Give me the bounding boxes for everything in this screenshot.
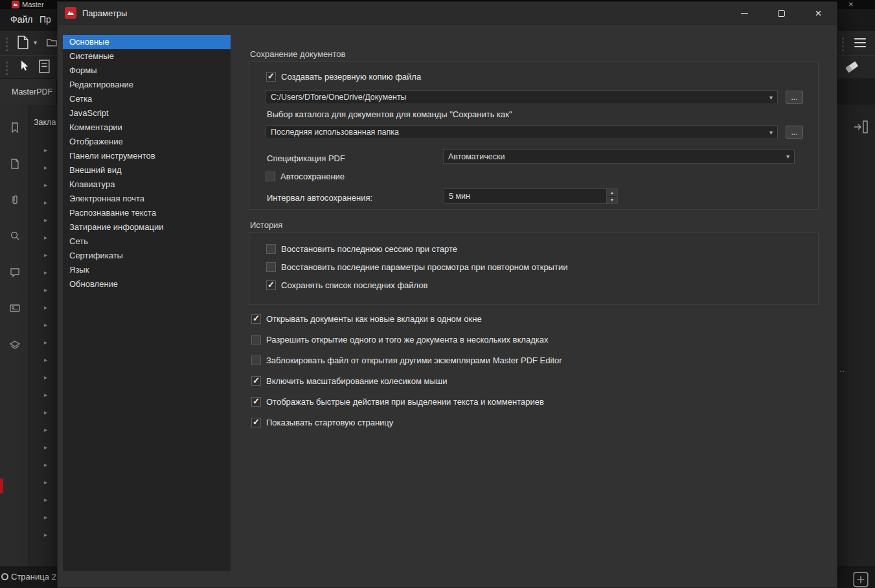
category-item[interactable]: Клавиатура	[63, 177, 231, 192]
category-item[interactable]: Распознавание текста	[63, 206, 231, 220]
general-option-checkbox[interactable]: ✓	[251, 418, 261, 427]
category-item[interactable]: Сертификаты	[63, 249, 231, 263]
category-item[interactable]: Системные	[63, 49, 231, 63]
chevron-down-icon: ▾	[764, 129, 773, 136]
general-option-checkbox[interactable]: ✓	[251, 356, 261, 365]
general-option-checkbox[interactable]: ✓	[251, 376, 261, 386]
tree-expand-icon[interactable]: ▸	[44, 316, 47, 334]
history-option-checkbox[interactable]: ✓	[266, 280, 276, 290]
category-item[interactable]: Внешний вид	[63, 163, 231, 177]
category-item[interactable]: Отображение	[63, 135, 231, 149]
signature-icon[interactable]	[9, 302, 21, 314]
menu-icon[interactable]	[854, 36, 866, 50]
open-folder-icon[interactable]	[47, 37, 57, 48]
tree-expand-icon[interactable]: ▸	[44, 264, 47, 281]
tree-expand-icon[interactable]: ▸	[44, 211, 47, 229]
app-logo-icon	[12, 1, 19, 8]
tree-expand-icon[interactable]: ▸	[44, 176, 47, 194]
browse-save-as-dir-button[interactable]: ...	[786, 126, 803, 139]
tree-expand-icon[interactable]: ▸	[44, 491, 47, 508]
tree-expand-icon[interactable]: ▸	[44, 508, 47, 526]
tree-expand-icon[interactable]: ▸	[44, 351, 47, 368]
search-icon[interactable]	[9, 230, 21, 242]
close-button[interactable]: ×	[800, 2, 837, 25]
tree-expand-icon[interactable]: ▸	[44, 421, 47, 438]
tree-expand-icon[interactable]: ▸	[44, 334, 47, 351]
category-item[interactable]: Электронная почта	[63, 192, 231, 206]
category-item[interactable]: Редактирование	[63, 78, 231, 92]
new-document-icon[interactable]	[17, 36, 28, 49]
general-option-checkbox[interactable]: ✓	[251, 397, 261, 407]
tree-expand-icon[interactable]: ▸	[44, 194, 47, 211]
backup-checkbox[interactable]: ✓	[266, 72, 276, 82]
toolbar-grip[interactable]	[6, 62, 8, 75]
docked-logo-icon	[0, 479, 3, 493]
maximize-icon	[778, 10, 785, 17]
tree-expand-icon[interactable]: ▸	[44, 526, 47, 543]
menu-edit[interactable]: Пр	[40, 14, 51, 25]
tree-expand-icon[interactable]: ▸	[44, 281, 47, 299]
category-item[interactable]: Панели инструментов	[63, 149, 231, 163]
tree-expand-icon[interactable]: ▸	[44, 473, 47, 491]
check-icon: ✓	[253, 417, 260, 427]
maximize-button[interactable]	[763, 2, 800, 25]
category-item[interactable]: Комментарии	[63, 120, 231, 135]
tree-expand-icon[interactable]: ▸	[44, 386, 47, 403]
page-view-icon[interactable]	[39, 60, 50, 73]
category-item[interactable]: Язык	[63, 263, 231, 277]
history-option-checkbox[interactable]: ✓	[266, 262, 276, 272]
general-option-label: Показывать стартовую страницу	[266, 418, 393, 427]
category-item[interactable]: Сеть	[63, 234, 231, 249]
menu-file[interactable]: Файл	[10, 14, 32, 25]
tree-expand-icon[interactable]: ▸	[44, 246, 47, 264]
comments-icon[interactable]	[9, 267, 21, 278]
tree-expand-icon[interactable]: ▸	[44, 141, 47, 159]
category-item[interactable]: JavaScript	[63, 106, 231, 120]
save-as-dir-combobox[interactable]: Последняя использованная папка ▾	[266, 125, 778, 139]
tree-expand-icon[interactable]: ▸	[44, 368, 47, 386]
check-icon: ✓	[253, 396, 260, 406]
general-option-label: Отображать быстрые действия при выделени…	[266, 397, 544, 407]
toolbar-grip[interactable]	[6, 38, 8, 51]
dropdown-caret-icon[interactable]: ▾	[34, 39, 37, 46]
category-item[interactable]: Формы	[63, 63, 231, 78]
tree-expand-icon[interactable]: ▸	[44, 403, 47, 421]
autosave-interval-spinbox[interactable]: 5 мин ▲ ▼	[444, 188, 618, 204]
category-item[interactable]: Затирание информации	[63, 220, 231, 234]
check-icon: ✓	[267, 280, 275, 289]
tree-expand-icon[interactable]: ▸	[44, 159, 47, 176]
main-close-icon[interactable]: ×	[848, 0, 854, 9]
general-option-label: Разрешить открытие одного и того же доку…	[266, 335, 548, 345]
autosave-checkbox[interactable]: ✓	[266, 172, 275, 181]
eraser-icon[interactable]	[844, 59, 859, 74]
spin-down-icon[interactable]: ▼	[607, 197, 617, 204]
zoom-tool-icon[interactable]	[852, 571, 869, 588]
more-handle: ..	[839, 364, 845, 374]
category-item[interactable]: Обновление	[63, 277, 231, 291]
history-option-checkbox[interactable]: ✓	[266, 244, 276, 254]
minimize-button[interactable]	[726, 2, 763, 25]
history-group-title: История	[250, 220, 282, 230]
attachments-icon[interactable]	[9, 194, 21, 205]
bookmarks-icon[interactable]	[9, 122, 21, 133]
general-option-checkbox[interactable]: ✓	[251, 335, 261, 345]
tree-expand-icon[interactable]: ▸	[44, 456, 47, 473]
general-option-checkbox[interactable]: ✓	[251, 314, 261, 324]
tree-expand-icon[interactable]: ▸	[44, 299, 47, 316]
toolbar-grip[interactable]	[842, 38, 844, 51]
tree-expand-icon[interactable]: ▸	[44, 438, 47, 456]
category-item[interactable]: Сетка	[63, 92, 231, 106]
layers-icon[interactable]	[9, 339, 21, 351]
browse-backup-path-button[interactable]: ...	[786, 91, 803, 104]
collapse-panel-icon[interactable]	[852, 118, 870, 136]
spin-up-icon[interactable]: ▲	[607, 189, 617, 197]
backup-path-combobox[interactable]: C:/Users/DTore/OneDrive/Документы ▾	[266, 90, 778, 104]
tree-expand-icon[interactable]: ▸	[44, 229, 47, 246]
category-item[interactable]: Основные	[63, 35, 231, 49]
history-option-row: ✓ Восстановить последнюю сессию при стар…	[266, 243, 567, 254]
select-tool-icon[interactable]	[19, 60, 28, 72]
pdf-spec-combobox[interactable]: Автоматически ▾	[443, 149, 795, 164]
pages-icon[interactable]	[9, 158, 21, 170]
dialog-titlebar[interactable]: Параметры ×	[58, 2, 837, 25]
document-tab[interactable]: MasterPDF	[0, 79, 57, 105]
